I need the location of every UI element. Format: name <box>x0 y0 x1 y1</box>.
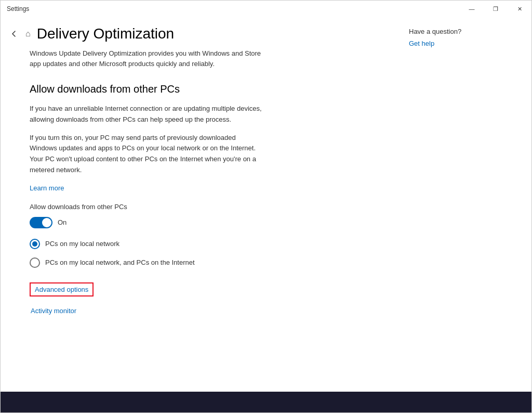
radio-local-network-button[interactable] <box>30 239 40 249</box>
page-body: Windows Update Delivery Optimization pro… <box>1 48 396 327</box>
info-text-2: If you turn this on, your PC may send pa… <box>30 133 263 176</box>
allow-downloads-label: Allow downloads from other PCs <box>30 203 384 211</box>
home-icon: ⌂ <box>25 29 31 38</box>
allow-downloads-toggle[interactable] <box>30 217 52 228</box>
section-heading: Allow downloads from other PCs <box>30 83 384 95</box>
toggle-state-label: On <box>58 218 66 226</box>
advanced-options-link[interactable]: Advanced options <box>30 282 94 296</box>
radio-internet[interactable]: PCs on my local network, and PCs on the … <box>30 257 384 268</box>
header-bar: ⌂ Delivery Optimization <box>1 17 396 48</box>
radio-group: PCs on my local network PCs on my local … <box>30 239 384 268</box>
settings-window: Settings — ❐ ✕ ⌂ Delivery Optimization W… <box>0 0 532 413</box>
minimize-button[interactable]: — <box>460 1 484 17</box>
sidebar-right: Have a question? Get help <box>396 17 531 392</box>
activity-monitor-link[interactable]: Activity monitor <box>30 307 384 315</box>
get-help-link[interactable]: Get help <box>409 40 434 47</box>
toggle-row: On <box>30 217 384 228</box>
learn-more-link[interactable]: Learn more <box>30 184 64 192</box>
window-title: Settings <box>7 5 29 12</box>
radio-internet-button[interactable] <box>30 257 40 268</box>
title-bar-left: Settings <box>7 5 29 12</box>
info-text-1: If you have an unreliable Internet conne… <box>30 104 263 125</box>
main-content: ⌂ Delivery Optimization Windows Update D… <box>1 17 396 392</box>
title-bar-controls: — ❐ ✕ <box>460 1 531 17</box>
content-area: ⌂ Delivery Optimization Windows Update D… <box>1 17 531 392</box>
title-bar: Settings — ❐ ✕ <box>1 1 531 17</box>
description-text: Windows Update Delivery Optimization pro… <box>30 48 263 69</box>
maximize-button[interactable]: ❐ <box>484 1 508 17</box>
toggle-knob <box>42 218 51 227</box>
radio-local-network-indicator <box>32 241 37 247</box>
radio-local-network-label: PCs on my local network <box>45 240 119 248</box>
close-button[interactable]: ✕ <box>508 1 531 17</box>
back-button[interactable] <box>9 29 19 39</box>
taskbar <box>1 392 531 412</box>
page-title: Delivery Optimization <box>37 25 175 42</box>
radio-local-network[interactable]: PCs on my local network <box>30 239 384 249</box>
radio-internet-label: PCs on my local network, and PCs on the … <box>45 259 195 266</box>
help-question-label: Have a question? <box>409 28 519 35</box>
